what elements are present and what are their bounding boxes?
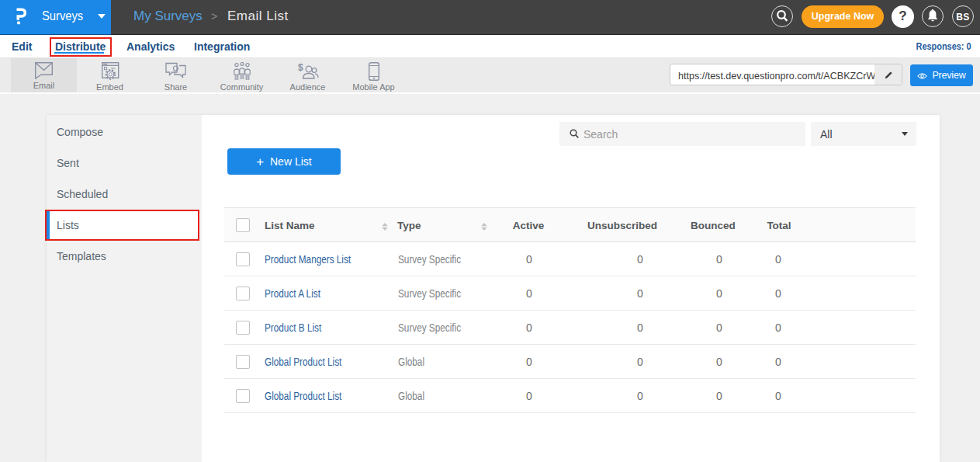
svg-text:$: $ bbox=[298, 62, 303, 73]
